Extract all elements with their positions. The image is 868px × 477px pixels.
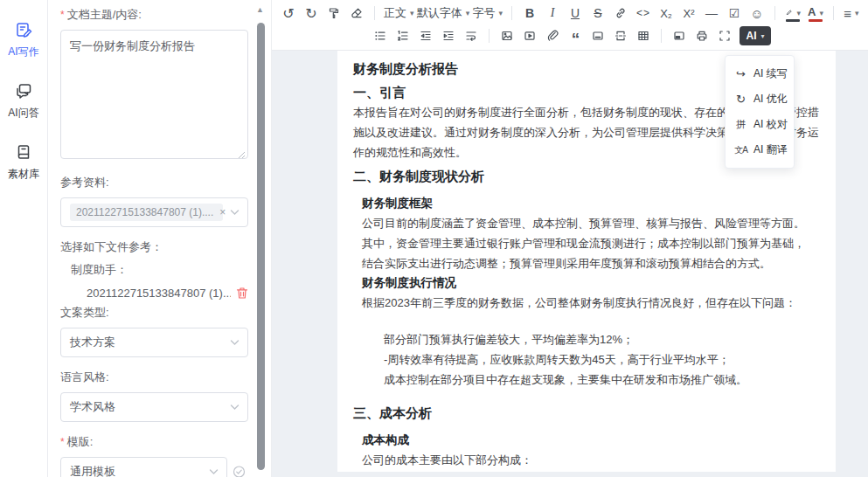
ai-dropdown-button[interactable]: AI▾ (740, 26, 770, 45)
reference-label: 参考资料: (60, 175, 248, 190)
menu-item-label: AI 优化 (753, 92, 788, 107)
superscript-button[interactable]: X² (678, 3, 699, 24)
font-size-dropdown[interactable]: 字号▾ (470, 3, 504, 24)
doc-heading: 二、财务制度现状分析 (353, 167, 829, 186)
nav-rail: AI写作 AI问答 素材库 (0, 0, 48, 477)
font-color-dropdown[interactable]: A ▾ (805, 3, 826, 24)
paragraph-style-dropdown[interactable]: 正文▾ (382, 3, 416, 24)
menu-item-ai-proofread[interactable]: 拼 AI 校对 (726, 112, 794, 137)
eraser-button[interactable] (346, 3, 367, 24)
chevron-down-icon: ▾ (760, 32, 764, 40)
ai-proofread-icon: 拼 (734, 118, 747, 131)
topic-input[interactable]: 写一份财务制度分析报告 (60, 30, 248, 159)
copy-type-value: 技术方案 (70, 335, 115, 350)
file-section-label: 选择如下文件参考： (60, 239, 248, 255)
check-circle-icon (233, 466, 246, 477)
ai-dropdown-menu: ↪ AI 续写 ↻ AI 优化 拼 AI 校对 文A AI 翻译 (725, 55, 795, 169)
required-marker: * (60, 436, 65, 448)
print-button[interactable] (691, 25, 712, 46)
font-family-dropdown[interactable]: 默认字体▾ (418, 3, 469, 24)
fullscreen-button[interactable] (714, 25, 735, 46)
copy-type-select[interactable]: 技术方案 (60, 328, 248, 357)
ordered-list-button[interactable] (392, 25, 413, 46)
style-select[interactable]: 学术风格 (60, 392, 248, 422)
embed-button[interactable] (669, 25, 690, 46)
scroll-up-icon[interactable]: ▲ (256, 5, 264, 14)
app-window: AI写作 AI问答 素材库 (0, 0, 868, 477)
format-painter-button[interactable] (323, 3, 344, 24)
blockquote-button[interactable]: “ (565, 25, 586, 46)
toolbar-divider (489, 29, 490, 43)
menu-item-ai-translate[interactable]: 文A AI 翻译 (726, 137, 794, 162)
strikethrough-button[interactable]: S (587, 3, 608, 24)
image-button[interactable] (496, 25, 517, 46)
subscript-button[interactable]: X₂ (656, 3, 677, 24)
card-button[interactable] (587, 25, 608, 46)
template-label: *模版: (60, 434, 248, 450)
horizontal-rule-button[interactable]: — (701, 3, 722, 24)
video-button[interactable] (519, 25, 540, 46)
nav-item-ai-qa[interactable]: AI问答 (8, 82, 38, 121)
chevron-down-icon: ▾ (498, 9, 503, 17)
undo-button[interactable]: ↺ (278, 3, 299, 24)
menu-item-ai-optimize[interactable]: ↻ AI 优化 (726, 86, 794, 112)
doc-subheading: 成本构成 (362, 431, 829, 450)
chevron-down-icon (230, 340, 240, 346)
highlight-color-dropdown[interactable]: ▾ (782, 3, 803, 24)
emoji-button[interactable]: ☺ (746, 3, 767, 24)
chevron-down-icon: ▾ (466, 9, 470, 17)
menu-item-label: AI 校对 (753, 117, 788, 132)
inline-code-button[interactable]: <> (633, 3, 654, 24)
style-value: 学术风格 (70, 399, 115, 415)
nav-item-label: 素材库 (8, 167, 39, 182)
doc-line: 部分部门预算执行偏差较大，平均偏差率为12%； (384, 329, 829, 349)
template-value: 通用模板 (70, 464, 115, 477)
text-wrap-button[interactable] (461, 25, 482, 46)
copy-type-label: 文案类型: (60, 305, 248, 321)
outdent-button[interactable] (415, 25, 436, 46)
doc-subheading: 财务制度执行情况 (362, 273, 829, 293)
italic-button[interactable]: I (542, 3, 563, 24)
doc-line: 公司目前的制度涵盖了资金管理、成本控制、预算管理、核算与报告、风险管理等方面。 (362, 213, 829, 233)
scrollbar-thumb[interactable] (257, 23, 265, 470)
chevron-down-icon: ▾ (855, 9, 859, 17)
library-icon (15, 143, 32, 164)
file-name: 2021122715133847807 (1).... (87, 287, 231, 300)
editor-toolbar: ↺ ↻ 正文▾ 默认字体▾ 字号▾ B I U S (272, 0, 868, 51)
table-button[interactable] (633, 25, 654, 46)
doc-heading: 三、成本分析 (353, 404, 829, 423)
attachment-button[interactable] (542, 25, 563, 46)
toolbar-divider (511, 6, 512, 20)
bullet-list-button[interactable] (370, 25, 391, 46)
trash-icon[interactable] (236, 287, 248, 300)
doc-line: 其中，资金管理主要通过银行账户管理和现金流预测进行；成本控制以部门预算为基础， (362, 233, 829, 253)
chevron-down-icon: ▾ (410, 9, 414, 17)
underline-button[interactable]: U (565, 3, 586, 24)
nav-item-ai-writing[interactable]: AI写作 (8, 21, 38, 59)
nav-item-library[interactable]: 素材库 (8, 143, 39, 182)
topic-label: *文档主题/内容: (60, 7, 248, 23)
menu-item-label: AI 续写 (753, 66, 788, 81)
page-break-button[interactable] (610, 25, 631, 46)
indent-button[interactable] (438, 25, 459, 46)
menu-item-label: AI 翻译 (753, 142, 788, 157)
toolbar-row-1: ↺ ↻ 正文▾ 默认字体▾ 字号▾ B I U S (277, 2, 863, 24)
required-marker: * (60, 9, 65, 21)
doc-line: 结合实际支出进行动态调整；预算管理则采用年度预算和滚动预算相结合的方式。 (362, 253, 829, 273)
link-button[interactable] (610, 3, 631, 24)
tag-close-icon[interactable]: × (219, 206, 226, 218)
doc-line: -周转效率有待提高，应收账款周转天数为45天，高于行业平均水平； (384, 349, 829, 370)
align-dropdown[interactable]: ≡▾ (841, 3, 862, 24)
toolbar-divider (774, 6, 775, 20)
reference-file-tag: 2021122715133847807 (1).... × (70, 204, 223, 221)
bold-button[interactable]: B (519, 3, 540, 24)
reference-file-tag-text: 2021122715133847807 (1).... (76, 206, 213, 218)
template-select[interactable]: 通用模板 (60, 457, 227, 477)
redo-button[interactable]: ↻ (301, 3, 322, 24)
ai-continue-icon: ↪ (734, 67, 747, 80)
task-list-button[interactable]: ☑ (724, 3, 745, 24)
ai-writing-icon (15, 21, 32, 42)
menu-item-ai-continue[interactable]: ↪ AI 续写 (726, 61, 794, 86)
editor-area: ↺ ↻ 正文▾ 默认字体▾ 字号▾ B I U S (271, 0, 868, 477)
reference-select[interactable]: 2021122715133847807 (1).... × (60, 197, 248, 227)
